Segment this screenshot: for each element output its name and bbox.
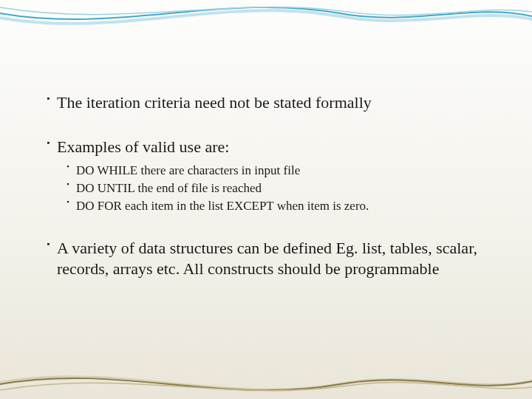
decorative-wave-top: [0, 0, 532, 44]
decorative-wave-bottom: [0, 355, 532, 399]
bullet-glyph-icon: ་: [44, 239, 52, 259]
spacer: [44, 228, 488, 238]
bullet-glyph-icon: ་: [44, 138, 52, 157]
list-item-text: The iteration criteria need not be state…: [57, 92, 372, 113]
slide-body: ་ The iteration criteria need not be sta…: [44, 92, 488, 292]
list-item-text: DO UNTIL the end of file is reached: [76, 180, 262, 197]
list-item: ་ DO UNTIL the end of file is reached: [65, 180, 488, 197]
list-item: ་ A variety of data structures can be de…: [44, 238, 488, 279]
bullet-glyph-icon: ་: [44, 94, 52, 113]
list-item: ་ DO WHILE there are characters in input…: [65, 163, 488, 179]
bullet-glyph-icon: ་: [65, 181, 72, 196]
list-item: ་ Examples of valid use are:: [44, 137, 488, 157]
list-item-text: A variety of data structures can be defi…: [57, 238, 488, 279]
list-item: ་ DO FOR each item in the list EXCEPT wh…: [65, 198, 488, 214]
list-item-text: DO WHILE there are characters in input f…: [76, 163, 300, 179]
spacer: [44, 126, 488, 137]
bullet-glyph-icon: ་: [65, 199, 72, 214]
list-item-text: Examples of valid use are:: [57, 137, 229, 157]
slide: ་ The iteration criteria need not be sta…: [0, 0, 532, 399]
list-item: ་ The iteration criteria need not be sta…: [44, 92, 488, 113]
list-item-text: DO FOR each item in the list EXCEPT when…: [76, 198, 369, 214]
bullet-glyph-icon: ་: [65, 163, 72, 178]
